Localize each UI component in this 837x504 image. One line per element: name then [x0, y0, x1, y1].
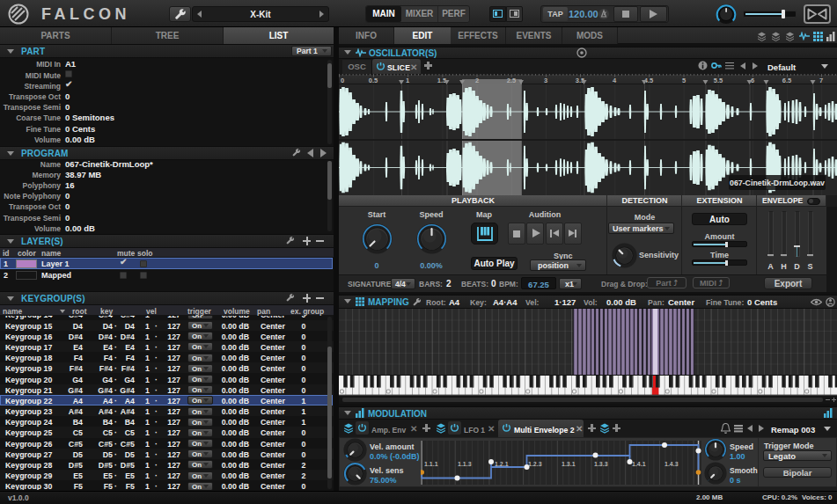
svg-text:2.5: 2.5	[507, 77, 516, 84]
svg-text:1.4.1: 1.4.1	[632, 461, 646, 467]
svg-text:1.1.3: 1.1.3	[458, 461, 472, 467]
svg-text:1.2.1: 1.2.1	[495, 461, 509, 467]
svg-text:3: 3	[544, 77, 547, 84]
svg-text:4: 4	[613, 77, 617, 84]
svg-text:1.3.3: 1.3.3	[594, 461, 608, 467]
svg-text:5.5: 5.5	[714, 77, 723, 84]
svg-text:2: 2	[475, 77, 479, 84]
svg-text:0.5: 0.5	[369, 77, 378, 84]
svg-text:5: 5	[682, 77, 686, 84]
svg-text:1.4.3: 1.4.3	[664, 461, 679, 467]
svg-text:6.5: 6.5	[782, 77, 791, 84]
svg-text:1.2.3: 1.2.3	[528, 461, 542, 467]
svg-text:1: 1	[406, 77, 409, 84]
svg-text:1.3.1: 1.3.1	[562, 461, 576, 467]
svg-text:7: 7	[819, 77, 823, 84]
svg-text:1.1.1: 1.1.1	[424, 461, 438, 467]
svg-text:0: 0	[341, 77, 344, 84]
